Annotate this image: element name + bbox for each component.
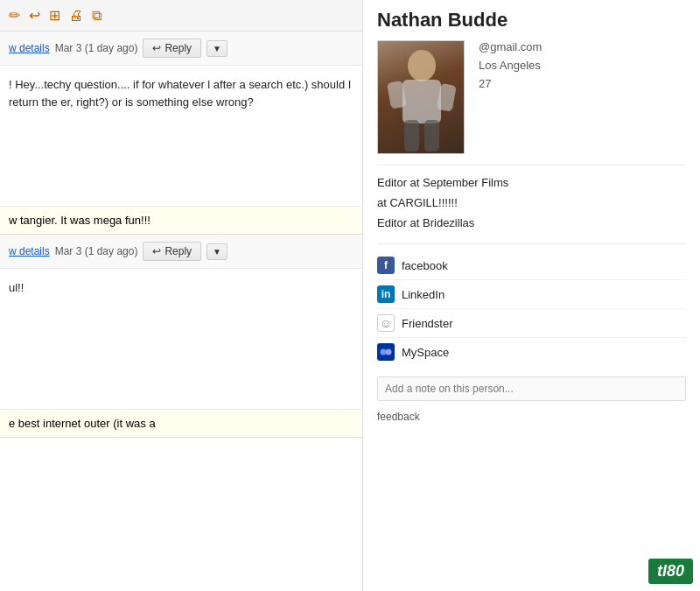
reply-arrow-icon: ↩ <box>152 42 161 54</box>
svg-rect-4 <box>404 120 419 151</box>
pencil-icon[interactable]: ✏ <box>9 7 20 24</box>
toolbar: ✏ ↩ ⊞ 🖨 ⧉ <box>0 0 362 32</box>
email-block-2: w details Mar 3 (1 day ago) ↩ Reply ▼ ul… <box>0 235 362 438</box>
profile-meta: @gmail.com Los Angeles 27 <box>479 40 542 154</box>
linkedin-icon: in <box>377 285 395 303</box>
facebook-label: facebook <box>402 259 448 272</box>
view-details-link-2[interactable]: w details <box>9 245 50 257</box>
svg-point-0 <box>408 50 436 81</box>
copy-icon[interactable]: ⧉ <box>92 8 102 24</box>
feedback-link[interactable]: feedback <box>377 411 420 423</box>
profile-photo-bg <box>378 41 464 153</box>
job-2: at CARGILL!!!!!! <box>377 193 686 213</box>
job-1: Editor at September Films <box>377 172 686 193</box>
email-header-2: w details Mar 3 (1 day ago) ↩ Reply ▼ <box>0 235 362 269</box>
profile-jobs: Editor at September Films at CARGILL!!!!… <box>377 165 686 233</box>
svg-point-6 <box>381 349 387 355</box>
social-item-friendster[interactable]: ☺ Friendster <box>377 309 686 338</box>
forward-icon[interactable]: ⊞ <box>49 7 60 24</box>
social-item-linkedin[interactable]: in LinkedIn <box>377 280 686 309</box>
svg-rect-1 <box>402 80 441 123</box>
myspace-label: MySpace <box>402 346 449 359</box>
email-date-2: Mar 3 (1 day ago) <box>55 245 138 257</box>
friendster-label: Friendster <box>402 317 453 330</box>
email-body-2: ul!! <box>0 269 362 409</box>
email-header-1: w details Mar 3 (1 day ago) ↩ Reply ▼ <box>0 32 362 66</box>
email-quoted-2: e best internet outer (it was a <box>0 409 362 437</box>
social-links: f facebook in LinkedIn ☺ Friendster MySp… <box>377 243 686 366</box>
profile-top: @gmail.com Los Angeles 27 <box>377 40 686 154</box>
profile-age: 27 <box>479 77 542 90</box>
profile-photo <box>377 40 465 154</box>
reply-label-2: Reply <box>164 245 192 257</box>
reply-label-1: Reply <box>164 42 192 54</box>
dropdown-button-2[interactable]: ▼ <box>206 243 228 260</box>
myspace-icon <box>377 343 395 361</box>
profile-name: Nathan Budde <box>377 9 686 32</box>
linkedin-label: LinkedIn <box>402 288 444 301</box>
reply-arrow-icon-2: ↩ <box>152 245 161 257</box>
watermark: tI80 <box>648 559 693 584</box>
email-block-1: w details Mar 3 (1 day ago) ↩ Reply ▼ ! … <box>0 32 362 235</box>
job-3: Editor at Bridezillas <box>377 213 686 233</box>
svg-rect-5 <box>424 120 439 151</box>
email-quoted-1: w tangier. It was mega fun!!! <box>0 206 362 234</box>
note-input[interactable] <box>377 376 686 401</box>
reply-button-2[interactable]: ↩ Reply <box>143 242 201 261</box>
view-details-link-1[interactable]: w details <box>9 42 50 54</box>
email-body-1: ! Hey...techy question.... if for whatev… <box>0 66 362 206</box>
dropdown-button-1[interactable]: ▼ <box>206 40 228 57</box>
myspace-svg <box>379 345 393 359</box>
email-date-1: Mar 3 (1 day ago) <box>55 42 138 54</box>
profile-email: @gmail.com <box>479 40 542 53</box>
social-item-myspace[interactable]: MySpace <box>377 338 686 366</box>
print-icon[interactable]: 🖨 <box>69 8 83 24</box>
left-panel: ✏ ↩ ⊞ 🖨 ⧉ w details Mar 3 (1 day ago) ↩ … <box>0 0 363 591</box>
right-panel: Nathan Budde @gmail.com Los Angeles <box>363 0 700 591</box>
social-item-facebook[interactable]: f facebook <box>377 251 686 280</box>
reply-icon[interactable]: ↩ <box>29 7 40 24</box>
profile-location: Los Angeles <box>479 59 542 72</box>
person-silhouette-svg <box>378 41 465 154</box>
friendster-icon: ☺ <box>377 314 395 332</box>
facebook-icon: f <box>377 257 395 274</box>
svg-point-7 <box>386 349 392 355</box>
reply-button-1[interactable]: ↩ Reply <box>143 39 201 58</box>
